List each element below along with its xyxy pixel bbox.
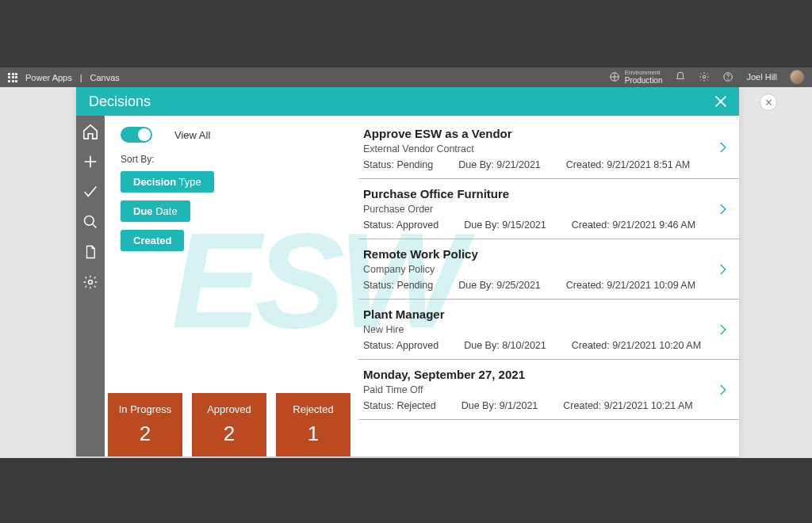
item-subtitle: External Vendor Contract	[363, 143, 706, 155]
view-all-label: View All	[174, 129, 210, 141]
environment-selector[interactable]: Environment Production	[609, 70, 663, 86]
item-title: Approve ESW as a Vendor	[363, 127, 706, 140]
item-due: Due By: 9/15/2021	[464, 220, 546, 231]
view-all-toggle[interactable]	[121, 127, 152, 143]
item-status: Status: Rejected	[363, 400, 436, 411]
item-status: Status: Approved	[363, 220, 439, 231]
item-created: Created: 9/21/2021 10:21 AM	[563, 400, 692, 411]
list-item[interactable]: Remote Work Policy Company Policy Status…	[358, 239, 739, 300]
svg-point-5	[89, 281, 93, 284]
item-subtitle: New Hire	[363, 324, 706, 335]
settings-icon[interactable]	[81, 273, 100, 292]
svg-point-3	[728, 79, 729, 80]
list-item[interactable]: Purchase Office Furniture Purchase Order…	[358, 179, 739, 239]
separator: |	[80, 73, 82, 82]
list-item[interactable]: Approve ESW as a Vendor External Vendor …	[358, 116, 739, 179]
waffle-icon[interactable]	[8, 73, 17, 82]
app-title: Decisions	[89, 94, 151, 110]
item-title: Monday, September 27, 2021	[363, 368, 706, 381]
item-created: Created: 9/21/2021 10:20 AM	[572, 340, 701, 351]
page-label: Canvas	[90, 73, 120, 82]
app-window: Decisions ESW	[76, 87, 739, 456]
brand-label: Power Apps	[25, 73, 72, 82]
chevron-right-icon[interactable]	[715, 319, 730, 340]
page-background: ✕ Decisions ESW	[0, 87, 812, 458]
sort-created[interactable]: Created	[121, 230, 184, 251]
home-icon[interactable]	[81, 122, 100, 141]
chevron-right-icon[interactable]	[715, 199, 730, 220]
filter-panel: View All Sort By: Decision Type Due Date…	[105, 116, 358, 456]
app-header: Decisions	[76, 87, 739, 116]
search-icon[interactable]	[81, 212, 100, 231]
list-item[interactable]: Plant Manager New Hire Status: Approved …	[358, 300, 739, 360]
bell-icon[interactable]	[675, 71, 686, 82]
svg-point-1	[703, 76, 707, 79]
help-icon[interactable]	[722, 71, 733, 82]
item-status: Status: Pending	[363, 159, 433, 170]
item-created: Created: 9/21/2021 8:51 AM	[566, 159, 690, 170]
document-icon[interactable]	[81, 242, 100, 262]
item-created: Created: 9/21/2021 10:09 AM	[566, 280, 695, 291]
sidebar	[76, 116, 105, 456]
item-subtitle: Company Policy	[363, 264, 706, 275]
sort-due-date[interactable]: Due Date	[121, 200, 190, 222]
sort-decision-type[interactable]: Decision Type	[121, 171, 214, 193]
decision-list: Approve ESW as a Vendor External Vendor …	[358, 116, 739, 456]
item-status: Status: Approved	[363, 340, 439, 351]
add-icon[interactable]	[81, 152, 100, 171]
outer-close-button[interactable]: ✕	[760, 94, 777, 111]
top-dark-bar	[0, 0, 812, 67]
list-item[interactable]: Monday, September 27, 2021 Paid Time Off…	[358, 360, 739, 420]
item-created: Created: 9/21/2021 9:46 AM	[572, 220, 695, 231]
gear-icon[interactable]	[699, 71, 710, 82]
check-icon[interactable]	[81, 182, 100, 201]
chevron-right-icon[interactable]	[715, 137, 730, 158]
svg-point-4	[85, 216, 94, 226]
item-title: Remote Work Policy	[363, 247, 706, 261]
item-due: Due By: 9/21/2021	[458, 159, 541, 170]
env-name: Production	[625, 76, 663, 85]
item-due: Due By: 9/1/2021	[462, 400, 538, 411]
close-icon[interactable]	[712, 93, 730, 110]
item-status: Status: Pending	[363, 280, 433, 291]
chevron-right-icon[interactable]	[715, 259, 730, 280]
chevron-right-icon[interactable]	[715, 380, 730, 400]
sort-by-label: Sort By:	[121, 154, 346, 165]
user-name[interactable]: Joel Hill	[746, 72, 777, 82]
env-label: Environment	[625, 70, 663, 77]
item-due: Due By: 9/25/2021	[458, 280, 541, 291]
avatar[interactable]	[790, 70, 804, 84]
item-title: Plant Manager	[363, 307, 706, 321]
item-due: Due By: 8/10/2021	[464, 340, 546, 351]
powerapps-header: Power Apps | Canvas Environment Producti…	[0, 67, 812, 87]
item-subtitle: Paid Time Off	[363, 384, 706, 395]
bottom-dark-bar	[0, 458, 812, 523]
item-title: Purchase Office Furniture	[363, 187, 706, 200]
environment-icon	[609, 71, 620, 82]
item-subtitle: Purchase Order	[363, 204, 706, 215]
